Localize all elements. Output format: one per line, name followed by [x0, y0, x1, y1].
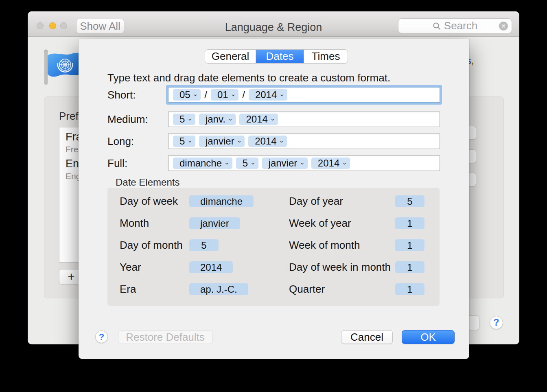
- chevron-down-icon: ⌄: [193, 90, 198, 98]
- date-element-token[interactable]: 5: [395, 195, 424, 207]
- date-element-token[interactable]: ap. J.-C.: [189, 283, 248, 295]
- chevron-down-icon: ⌄: [187, 115, 193, 122]
- date-token[interactable]: 5⌄: [173, 136, 195, 147]
- date-element-label: Day of year: [289, 195, 343, 208]
- date-token-text: 2014: [318, 158, 339, 169]
- date-element-label: Week of month: [289, 239, 360, 252]
- chevron-down-icon: ⌄: [231, 90, 236, 98]
- date-token-text: janvier: [206, 136, 234, 147]
- date-token[interactable]: janvier⌄: [262, 158, 308, 169]
- date-token-text: janvier: [269, 158, 298, 169]
- date-element-row: Eraap. J.-C.: [120, 283, 280, 295]
- date-element-token[interactable]: 1: [395, 261, 424, 273]
- search-icon: [433, 22, 441, 30]
- date-element-label: Month: [120, 217, 189, 230]
- date-element-token[interactable]: 5: [189, 239, 219, 251]
- date-token[interactable]: 05⌄: [173, 89, 201, 101]
- date-elements-left-column: Day of weekdimancheMonthjanvierDay of mo…: [120, 188, 280, 295]
- search-input[interactable]: Search ✕: [398, 18, 512, 33]
- date-element-row: Day of month5: [120, 239, 280, 251]
- date-element-label: Year: [120, 261, 189, 274]
- long-format-row: Long:5⌄janvier⌄2014⌄: [107, 134, 440, 149]
- titlebar: Show All Language & Region Search ✕: [28, 11, 519, 37]
- short-format-row: Short:05⌄/01⌄/2014⌄: [107, 87, 440, 103]
- date-element-token[interactable]: 2014: [189, 261, 233, 273]
- date-token[interactable]: dimanche⌄: [173, 158, 232, 169]
- date-token[interactable]: janv.⌄: [199, 114, 236, 125]
- date-element-label: Era: [120, 283, 189, 296]
- plus-icon: +: [63, 269, 80, 284]
- date-token-text: 05: [179, 89, 190, 101]
- tab-times[interactable]: Times: [304, 50, 348, 63]
- medium-format-row: Medium:5⌄janv.⌄2014⌄: [107, 112, 440, 127]
- window-help-button[interactable]: ?: [490, 316, 503, 329]
- date-element-row: Week of month1: [289, 239, 424, 251]
- separator-text: /: [242, 89, 245, 101]
- tab-general[interactable]: General: [205, 50, 256, 63]
- date-element-label: Week of year: [289, 217, 351, 230]
- date-token-text: 5: [179, 136, 185, 147]
- date-element-token[interactable]: dimanche: [189, 195, 254, 207]
- chevron-down-icon: ⌄: [342, 159, 347, 166]
- short-format-field[interactable]: 05⌄/01⌄/2014⌄: [168, 87, 440, 103]
- date-element-label: Day of month: [120, 239, 189, 252]
- restore-defaults-button[interactable]: Restore Defaults: [118, 330, 212, 344]
- date-token[interactable]: 5⌄: [173, 114, 195, 125]
- date-token-text: 5: [179, 114, 185, 125]
- medium-format-field[interactable]: 5⌄janv.⌄2014⌄: [168, 112, 440, 127]
- chevron-down-icon: ⌄: [224, 159, 230, 166]
- date-elements-box: Day of weekdimancheMonthjanvierDay of mo…: [107, 188, 440, 306]
- long-format-label: Long:: [107, 135, 168, 148]
- date-element-token[interactable]: 1: [395, 217, 424, 229]
- date-element-label: Day of week in month: [289, 261, 391, 274]
- date-token[interactable]: 5⌄: [236, 158, 258, 169]
- separator-text: /: [204, 89, 207, 101]
- date-element-label: Day of week: [120, 195, 189, 208]
- chevron-down-icon: ⌄: [250, 159, 256, 166]
- short-format-label: Short:: [107, 89, 168, 101]
- date-token[interactable]: 2014⌄: [249, 89, 287, 101]
- date-token[interactable]: 2014⌄: [239, 114, 278, 125]
- date-token-text: 2014: [246, 114, 267, 125]
- date-element-token[interactable]: 1: [395, 239, 424, 251]
- date-element-row: Quarter1: [289, 283, 424, 295]
- chevron-down-icon: ⌄: [279, 90, 284, 98]
- date-elements-right-column: Day of year5Week of year1Week of month1D…: [289, 188, 424, 295]
- full-format-field[interactable]: dimanche⌄5⌄janvier⌄2014⌄: [168, 155, 440, 171]
- date-element-token[interactable]: 1: [395, 283, 424, 295]
- date-element-row: Day of year5: [289, 195, 424, 207]
- date-token[interactable]: janvier⌄: [199, 136, 245, 147]
- custom-date-format-sheet: GeneralDatesTimes Type text and drag dat…: [79, 39, 469, 359]
- date-token-text: 2014: [255, 136, 276, 147]
- date-token[interactable]: 01⌄: [211, 89, 238, 101]
- long-format-field[interactable]: 5⌄janvier⌄2014⌄: [168, 134, 440, 149]
- date-element-label: Quarter: [289, 283, 325, 296]
- date-token-text: dimanche: [179, 158, 222, 169]
- instruction-text: Type text and drag date elements to crea…: [107, 72, 390, 84]
- search-placeholder: Search: [444, 20, 477, 32]
- medium-format-label: Medium:: [107, 113, 168, 126]
- date-token-text: 01: [217, 89, 228, 101]
- chevron-down-icon: ⌄: [300, 159, 305, 166]
- cancel-button[interactable]: Cancel: [341, 330, 393, 344]
- date-token-text: janv.: [206, 114, 225, 125]
- date-element-row: Day of weekdimanche: [120, 195, 280, 207]
- tab-bar: GeneralDatesTimes: [205, 49, 348, 64]
- ok-button[interactable]: OK: [402, 330, 455, 344]
- date-token-text: 5: [243, 158, 248, 169]
- date-token[interactable]: 2014⌄: [248, 136, 287, 147]
- chevron-down-icon: ⌄: [237, 137, 242, 144]
- date-element-token[interactable]: janvier: [189, 217, 240, 229]
- date-token-text: 2014: [255, 89, 277, 101]
- date-token[interactable]: 2014⌄: [311, 158, 350, 169]
- date-element-row: Week of year1: [289, 217, 424, 229]
- date-element-row: Year2014: [120, 261, 280, 273]
- date-element-row: Monthjanvier: [120, 217, 280, 229]
- date-elements-title: Date Elements: [116, 177, 179, 188]
- tab-dates[interactable]: Dates: [256, 50, 304, 63]
- chevron-down-icon: ⌄: [279, 137, 284, 144]
- search-clear-icon[interactable]: ✕: [499, 22, 508, 31]
- full-format-label: Full:: [107, 157, 168, 170]
- sheet-help-button[interactable]: ?: [95, 331, 108, 343]
- date-element-row: Day of week in month1: [289, 261, 424, 273]
